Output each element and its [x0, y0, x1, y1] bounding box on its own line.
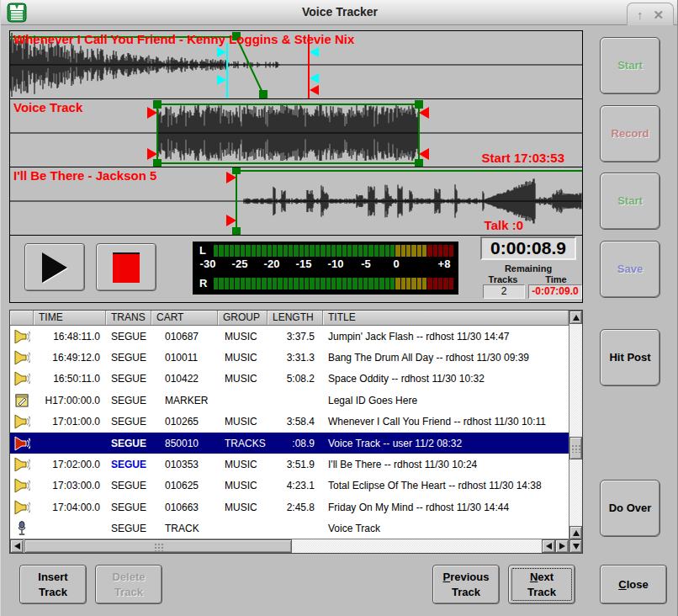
table-row[interactable]: H17:00:00.0SEGUEMARKERLegal ID Goes Here	[10, 390, 569, 411]
hit-post-button[interactable]: Hit Post	[600, 329, 660, 386]
meter-segment	[395, 278, 400, 289]
cell-trans: SEGUE	[106, 331, 151, 343]
cell-title: Friday On My Mind -- rdhost 11/30 14:44	[323, 502, 569, 513]
thumb-grip	[153, 542, 164, 551]
column-header-trans[interactable]: TRANS	[106, 311, 151, 325]
titlebar[interactable]: Voice Tracker ↑ ✕	[1, 0, 678, 25]
start-record-button[interactable]: Start	[600, 37, 660, 94]
meter-scale: -30-25-20-15-10-50+8	[193, 258, 458, 273]
meter-segment	[331, 278, 336, 289]
meter-segment	[368, 278, 373, 289]
scroll-left-button-2[interactable]	[542, 539, 555, 553]
close-window-button[interactable]: ✕	[653, 8, 664, 21]
scroll-up-button-2[interactable]	[569, 526, 582, 539]
meter-segment	[336, 245, 341, 257]
cell-time: 17:03:00.0	[34, 480, 106, 491]
cell-group: MUSIC	[218, 416, 267, 427]
column-header-title[interactable]: TITLE	[323, 311, 569, 325]
speaker-icon	[10, 457, 34, 472]
meter-segment	[390, 245, 395, 257]
column-header-time[interactable]: TIME	[34, 311, 106, 325]
horizontal-scroll-thumb[interactable]	[24, 539, 292, 553]
save-button[interactable]: Save	[600, 241, 660, 298]
scroll-down-button[interactable]	[569, 539, 582, 553]
tracks-remaining-value: 2	[483, 284, 525, 299]
meter-segment	[358, 245, 363, 257]
meter-segment	[225, 278, 229, 289]
column-header-group[interactable]: GROUP	[218, 311, 267, 325]
meter-scale-label: -30	[200, 258, 216, 270]
meter-segment	[379, 278, 384, 289]
table-row[interactable]: 17:04:00.0SEGUE010663MUSIC2:45.8Friday O…	[10, 497, 569, 518]
previous-track-button[interactable]: PreviousTrack	[432, 565, 500, 604]
column-header-length[interactable]: LENGTH	[267, 311, 323, 325]
cell-cart: MARKER	[151, 395, 218, 406]
cell-trans: SEGUE	[106, 438, 151, 449]
cell-time: 16:49:12.0	[34, 352, 106, 364]
cell-group: MUSIC	[218, 373, 267, 385]
play-button[interactable]	[24, 243, 85, 291]
meter-segment	[305, 278, 309, 289]
column-header-icon[interactable]	[10, 311, 34, 325]
table-row[interactable]: 16:50:11.0SEGUE010422MUSIC5:08.2Space Od…	[10, 369, 569, 390]
track-song-before[interactable]: Whenever I Call You Friend - Kenny Loggi…	[10, 31, 582, 99]
cell-cart: 850010	[151, 438, 218, 449]
record-button[interactable]: Record	[600, 105, 660, 162]
start-play-button[interactable]: Start	[600, 173, 660, 230]
stop-icon	[113, 252, 140, 283]
table-row[interactable]: 17:01:00.0SEGUE010265MUSIC3:58.4Whenever…	[10, 412, 569, 433]
do-over-button[interactable]: Do Over	[600, 480, 660, 537]
meter-segment	[267, 278, 272, 289]
elapsed-time-display: 0:00:08.9	[480, 236, 576, 260]
meter-segment	[427, 278, 432, 289]
table-row-selected[interactable]: SEGUE850010TRACKS:08.9Voice Track -- use…	[10, 433, 569, 454]
vertical-scroll-thumb[interactable]	[569, 437, 582, 459]
scroll-up-button[interactable]	[569, 311, 582, 324]
scroll-left-button[interactable]	[10, 539, 24, 553]
cell-title: Bang The Drum All Day -- rdhost 11/30 09…	[323, 352, 569, 364]
meter-segment	[438, 245, 442, 257]
voice-start-time: Start 17:03:53	[482, 151, 564, 165]
scroll-right-button[interactable]	[555, 539, 569, 553]
cell-group: MUSIC	[218, 352, 267, 364]
meter-segment	[449, 245, 453, 257]
table-row[interactable]: SEGUETRACKVoice Track	[10, 518, 569, 539]
meter-segment	[252, 278, 256, 289]
speaker-icon	[10, 329, 34, 344]
close-button[interactable]: Close	[600, 565, 667, 604]
table-row[interactable]: 16:49:12.0SEGUE010011MUSIC3:31.3Bang The…	[10, 347, 569, 368]
table-row[interactable]: 17:02:00.0SEGUE010353MUSIC3:51.9I'll Be …	[10, 454, 569, 475]
cell-title: Total Eclipse Of The Heart -- rdhost 11/…	[323, 480, 569, 491]
cell-trans: SEGUE	[106, 373, 151, 385]
insert-track-button[interactable]: InsertTrack	[19, 565, 87, 604]
table-row[interactable]: 17:03:00.0SEGUE010625MUSIC4:23.1Total Ec…	[10, 475, 569, 497]
vertical-scrollbar[interactable]	[569, 311, 582, 553]
meter-segment	[331, 245, 336, 257]
column-header-cart[interactable]: CART	[151, 311, 218, 325]
next-track-button[interactable]: NextTrack	[508, 565, 575, 604]
meter-segment	[342, 278, 347, 289]
cell-length: 3:37.5	[267, 331, 323, 343]
cell-trans: SEGUE	[106, 502, 151, 513]
shade-button[interactable]: ↑	[637, 8, 644, 21]
table-header: TIMETRANSCARTGROUPLENGTHTITLE	[10, 311, 569, 326]
track-voice[interactable]: Voice Track Start 17:03:53	[10, 99, 582, 167]
meter-scale-label: +8	[438, 258, 451, 270]
cell-trans: SEGUE	[106, 480, 151, 491]
cell-cart: 010663	[151, 502, 218, 513]
stop-button[interactable]	[96, 243, 156, 291]
track-song-after[interactable]: I'll Be There - Jackson 5 Talk :0	[10, 167, 582, 236]
horizontal-scrollbar[interactable]	[10, 539, 569, 553]
speaker-icon	[10, 414, 34, 429]
voice-tracker-window: { "window": { "title": "Voice Tracker" }…	[0, 0, 678, 616]
cell-trans: SEGUE	[106, 352, 151, 364]
table-row[interactable]: 16:48:11.0SEGUE010687MUSIC3:37.5Jumpin' …	[10, 326, 569, 347]
meter-segment	[342, 245, 347, 257]
meter-segment	[352, 278, 357, 289]
delete-track-button[interactable]: DeleteTrack	[95, 565, 162, 604]
meter-segment	[401, 245, 405, 257]
meter-segment	[443, 278, 448, 289]
meter-segment	[390, 278, 395, 289]
meter-segment	[283, 278, 288, 289]
meter-segment	[427, 245, 432, 257]
